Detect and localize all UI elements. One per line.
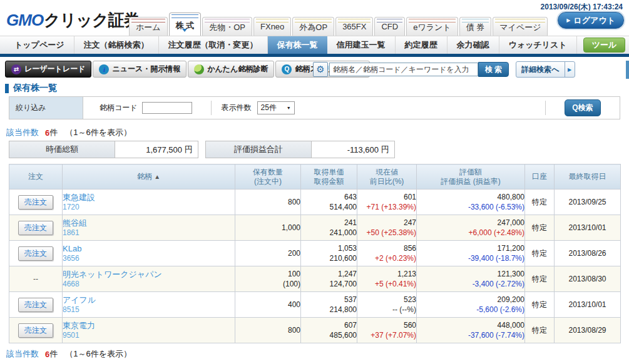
unit-cost: 643 <box>301 192 357 202</box>
sell-order-button[interactable]: 売注文 <box>18 323 53 338</box>
tab-home[interactable]: ホーム <box>129 17 168 36</box>
account-type: 特定 <box>525 241 555 266</box>
stock-code-link[interactable]: 9501 <box>63 331 235 340</box>
filter-bar: 絞り込み 銘柄コード 表示件数 25件 ▼ Q検索 <box>9 96 620 119</box>
table-row: -- 明光ネットワークジャパン 4668 100 (100) 1,247 124… <box>9 266 621 292</box>
profit-loss: -37,600 (-7.74%) <box>417 330 524 340</box>
result-count-bottom: 該当件数 6 件 （1～6件を表示） <box>6 348 131 360</box>
quantity: 200 <box>235 248 300 258</box>
day-change: +50 (+25.38%) <box>357 228 416 238</box>
stock-code-link[interactable]: 8515 <box>63 305 235 315</box>
unit-cost: 1,247 <box>301 269 357 279</box>
col-acquisition: 取得単価取得金額 <box>301 164 357 190</box>
stock-name-link[interactable]: 明光ネットワークジャパン <box>63 269 235 280</box>
col-current-price: 現在値前日比(%) <box>357 164 417 190</box>
profit-loss: -5,600 (-2.6%) <box>417 305 524 315</box>
profit-loss: -33,600 (-6.53%) <box>417 202 524 212</box>
menu-watchlist[interactable]: ウォッチリスト <box>499 36 577 54</box>
sell-order-button[interactable]: 売注文 <box>18 195 53 210</box>
menu-margin-positions[interactable]: 信用建玉一覧 <box>327 36 396 54</box>
gear-icon[interactable]: ⚙ <box>313 62 328 77</box>
stock-code-link[interactable]: 1861 <box>63 228 235 238</box>
tab-bonds[interactable]: 債 券 <box>459 17 492 36</box>
stock-code-link[interactable]: 4668 <box>63 280 235 289</box>
tab-stocks[interactable]: 株 式 <box>169 13 202 36</box>
stock-code-link[interactable]: 1720 <box>63 203 235 212</box>
diagnosis-icon <box>194 64 204 74</box>
valuation: 480,800 <box>417 192 524 202</box>
stock-code-input[interactable] <box>142 102 192 114</box>
brand-logo-text: クリック証券 <box>44 11 139 29</box>
table-header-row: 注文 銘柄 ▲ 保有数量(注文中) 取得単価取得金額 現在値前日比(%) 評価額… <box>9 164 621 190</box>
menu-buying-power[interactable]: 余力確認 <box>447 36 499 54</box>
market-value-box: 時価総額 1,677,500 円 <box>9 141 198 158</box>
account-type: 特定 <box>525 190 555 215</box>
stock-name-link[interactable]: 東急建設 <box>63 192 235 203</box>
laser-trade-button[interactable]: ⇄ レーザートレード <box>5 61 91 78</box>
tab-365fx[interactable]: 365FX <box>335 17 373 36</box>
tab-ewarrant[interactable]: eワラント <box>406 17 458 36</box>
sell-order-button[interactable]: 売注文 <box>18 246 53 261</box>
last-acquired-date: 2013/08/30 <box>555 266 621 292</box>
tools-button[interactable]: ツール <box>583 38 626 53</box>
tab-futures-op[interactable]: 先物・OP <box>202 17 252 36</box>
tab-active-arrow-icon <box>182 29 187 34</box>
logout-button[interactable]: ▶ ログアウト <box>558 12 624 29</box>
stock-code-link[interactable]: 3656 <box>63 254 235 263</box>
stock-name-link[interactable]: 東京電力 <box>63 320 235 331</box>
current-price: 560 <box>357 320 416 330</box>
total-pl-label: 評価損益合計 <box>206 141 312 158</box>
news-disclosure-button[interactable]: i ニュース・開示情報 <box>93 61 187 78</box>
col-quantity: 保有数量(注文中) <box>235 164 301 190</box>
tab-mypage[interactable]: マイページ <box>493 17 548 36</box>
menu-order-search[interactable]: 注文（銘柄検索） <box>74 36 159 54</box>
page-title: 保有株一覧 <box>13 83 57 94</box>
panel-edge-handle[interactable] <box>626 61 629 79</box>
quantity: 100 <box>235 269 300 279</box>
current-price: 1,213 <box>357 269 416 279</box>
total-pl-value: -113,600 <box>347 145 379 154</box>
stock-name-link[interactable]: アイフル <box>63 295 235 305</box>
quantity-pending: (100) <box>235 279 300 289</box>
display-count-select[interactable]: 25件 ▼ <box>257 101 295 114</box>
total-pl-box: 評価損益合計 -113,600 円 <box>205 141 395 158</box>
menu-execution-history[interactable]: 約定履歴 <box>396 36 447 54</box>
tab-cfd[interactable]: CFD <box>374 17 405 36</box>
acquisition-amount: 514,400 <box>301 202 357 212</box>
symbol-search-group: ⚙ 検 索 詳細検索へ ▶ <box>313 61 575 78</box>
quantity: 400 <box>235 300 300 310</box>
holdings-table: 注文 銘柄 ▲ 保有数量(注文中) 取得単価取得金額 現在値前日比(%) 評価額… <box>9 164 621 343</box>
tab-gaitame-op[interactable]: 外為OP <box>292 17 334 36</box>
tab-fxneo[interactable]: FXneo <box>253 17 291 36</box>
title-accent-bar <box>5 84 9 93</box>
info-icon: i <box>99 64 109 74</box>
sort-asc-icon: ▲ <box>154 173 160 180</box>
stock-name-link[interactable]: 熊谷組 <box>63 218 235 228</box>
acquisition-amount: 241,000 <box>301 228 357 238</box>
chevron-right-icon: ▶ <box>565 62 575 77</box>
filter-search-button[interactable]: Q検索 <box>565 99 600 116</box>
symbol-search-input[interactable] <box>329 63 478 76</box>
col-last-acquired: 最終取得日 <box>555 164 621 190</box>
symbol-search-button[interactable]: 検 索 <box>478 62 509 77</box>
menu-top-page[interactable]: トップページ <box>5 36 74 54</box>
advanced-search-button[interactable]: 詳細検索へ ▶ <box>516 61 575 78</box>
unit-cost: 607 <box>301 320 357 330</box>
acquisition-amount: 210,600 <box>301 253 357 263</box>
acquisition-amount: 214,800 <box>301 305 357 315</box>
day-change: +2 (+0.23%) <box>357 253 416 263</box>
account-type: 特定 <box>525 318 555 343</box>
sell-order-button[interactable]: 売注文 <box>18 221 53 235</box>
account-type: 特定 <box>525 266 555 292</box>
menu-holdings-list[interactable]: 保有株一覧 <box>268 36 327 54</box>
table-row: 売注文 熊谷組 1861 1,000 241 241,000 247 +50 (… <box>9 215 621 241</box>
no-order-placeholder: -- <box>33 275 38 283</box>
acquisition-amount: 485,600 <box>301 330 357 340</box>
stock-name-link[interactable]: KLab <box>63 243 235 254</box>
table-row: 売注文 アイフル 8515 400 537 214,800 523 -- (--… <box>9 292 621 318</box>
unit-cost: 241 <box>301 218 357 228</box>
col-name[interactable]: 銘柄 ▲ <box>63 164 235 190</box>
sell-order-button[interactable]: 売注文 <box>18 298 53 312</box>
menu-order-history[interactable]: 注文履歴（取消・変更） <box>159 36 268 54</box>
stock-diagnosis-button[interactable]: かんたん銘柄診断 <box>188 61 274 78</box>
